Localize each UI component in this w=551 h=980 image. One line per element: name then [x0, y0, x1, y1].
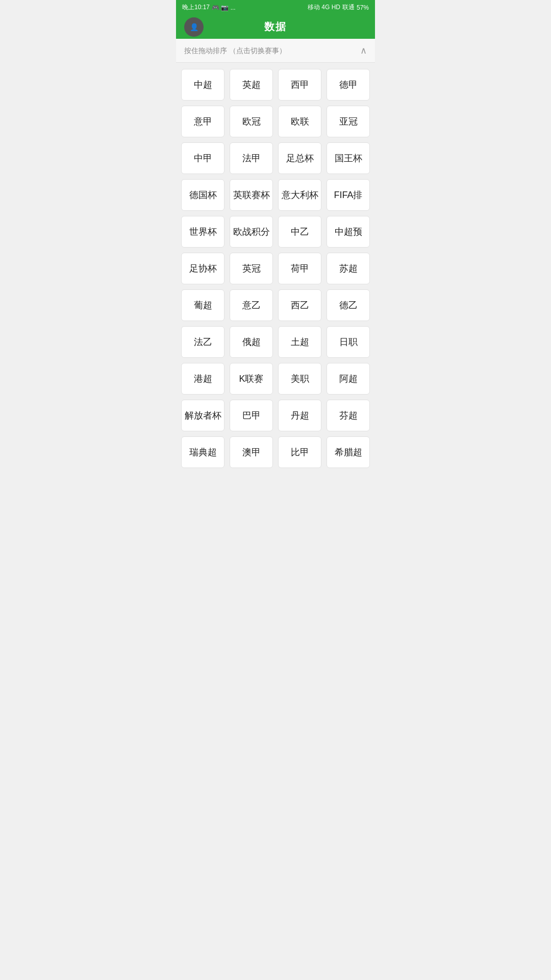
league-item[interactable]: 港超	[181, 363, 224, 395]
league-item[interactable]: 荷甲	[278, 253, 321, 284]
league-item[interactable]: 澳甲	[230, 436, 273, 468]
league-item[interactable]: 意甲	[181, 106, 224, 137]
league-item[interactable]: 美职	[278, 363, 321, 395]
league-item[interactable]: 欧联	[278, 106, 321, 137]
league-item[interactable]: 瑞典超	[181, 436, 224, 468]
league-item[interactable]: 巴甲	[230, 400, 273, 431]
league-item[interactable]: 芬超	[327, 400, 370, 431]
league-item[interactable]: 俄超	[230, 326, 273, 358]
league-item[interactable]: 德甲	[327, 69, 370, 101]
league-item[interactable]: K联赛	[230, 363, 273, 395]
league-item[interactable]: 土超	[278, 326, 321, 358]
avatar[interactable]: 👤	[184, 17, 204, 37]
league-item[interactable]: 英联赛杯	[230, 179, 273, 211]
header: 👤 数据	[176, 15, 375, 39]
league-item[interactable]: 日职	[327, 326, 370, 358]
league-item[interactable]: 欧冠	[230, 106, 273, 137]
league-item[interactable]: 法甲	[230, 142, 273, 174]
league-item[interactable]: 中甲	[181, 142, 224, 174]
league-item[interactable]: 英超	[230, 69, 273, 101]
league-item[interactable]: FIFA排	[327, 179, 370, 211]
status-time: 晚上10:17	[182, 3, 210, 12]
league-item[interactable]: 丹超	[278, 400, 321, 431]
league-item[interactable]: 足协杯	[181, 253, 224, 284]
league-item[interactable]: 世界杯	[181, 216, 224, 248]
league-item[interactable]: 希腊超	[327, 436, 370, 468]
league-item[interactable]: 西甲	[278, 69, 321, 101]
league-item[interactable]: 西乙	[278, 289, 321, 321]
league-item[interactable]: 足总杯	[278, 142, 321, 174]
league-item[interactable]: 意大利杯	[278, 179, 321, 211]
status-battery: 57%	[357, 4, 369, 11]
status-network: 移动 4G HD	[308, 3, 340, 12]
league-item[interactable]: 国王杯	[327, 142, 370, 174]
league-item[interactable]: 中超	[181, 69, 224, 101]
status-carrier: 联通	[342, 3, 355, 12]
sort-bar[interactable]: 按住拖动排序 （点击切换赛事） ∧	[176, 39, 375, 63]
league-item[interactable]: 比甲	[278, 436, 321, 468]
league-grid: 中超英超西甲德甲意甲欧冠欧联亚冠中甲法甲足总杯国王杯德国杯英联赛杯意大利杯FIF…	[176, 63, 375, 474]
avatar-label: 👤	[190, 23, 198, 31]
league-item[interactable]: 德乙	[327, 289, 370, 321]
sort-sub-text: （点击切换赛事）	[229, 46, 286, 55]
league-item[interactable]: 阿超	[327, 363, 370, 395]
league-item[interactable]: 中超预	[327, 216, 370, 248]
status-left: 晚上10:17 🎮 📷 ...	[182, 3, 236, 12]
league-item[interactable]: 英冠	[230, 253, 273, 284]
league-item[interactable]: 葡超	[181, 289, 224, 321]
league-item[interactable]: 解放者杯	[181, 400, 224, 431]
league-item[interactable]: 欧战积分	[230, 216, 273, 248]
league-item[interactable]: 意乙	[230, 289, 273, 321]
chevron-up-icon[interactable]: ∧	[360, 45, 367, 56]
league-item[interactable]: 中乙	[278, 216, 321, 248]
status-icons: 🎮 📷 ...	[212, 4, 236, 11]
status-right: 移动 4G HD 联通 57%	[308, 3, 369, 12]
league-item[interactable]: 苏超	[327, 253, 370, 284]
league-item[interactable]: 亚冠	[327, 106, 370, 137]
status-bar: 晚上10:17 🎮 📷 ... 移动 4G HD 联通 57%	[176, 0, 375, 15]
page-title: 数据	[264, 20, 287, 34]
league-item[interactable]: 法乙	[181, 326, 224, 358]
sort-bar-text: 按住拖动排序 （点击切换赛事）	[184, 46, 286, 56]
sort-main-text: 按住拖动排序	[184, 46, 227, 55]
league-item[interactable]: 德国杯	[181, 179, 224, 211]
